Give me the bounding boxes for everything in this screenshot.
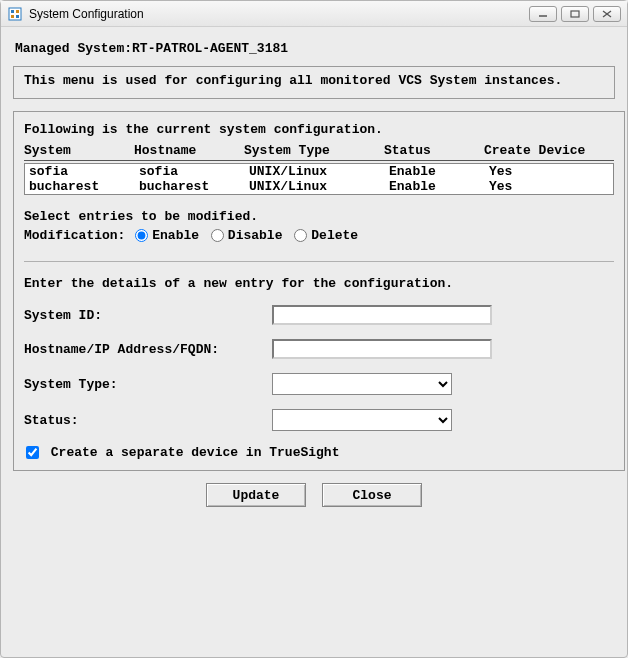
content-area: Managed System:RT-PATROL-AGENT_3181 This… <box>1 27 627 657</box>
radio-delete[interactable] <box>294 229 307 242</box>
button-row: Update Close <box>13 483 615 507</box>
svg-rect-4 <box>16 15 19 18</box>
modification-label: Modification: <box>24 228 125 243</box>
managed-system-label: Managed System: <box>15 41 132 56</box>
radio-enable[interactable] <box>135 229 148 242</box>
header-underline <box>24 160 614 161</box>
svg-rect-2 <box>16 10 19 13</box>
system-id-input[interactable] <box>272 305 492 325</box>
cell-create-device: Yes <box>489 164 609 179</box>
system-type-select[interactable] <box>272 373 452 395</box>
cell-status: Enable <box>389 179 489 194</box>
radio-enable-text: Enable <box>152 228 199 243</box>
hostname-input[interactable] <box>272 339 492 359</box>
cell-status: Enable <box>389 164 489 179</box>
cell-create-device: Yes <box>489 179 609 194</box>
radio-delete-text: Delete <box>311 228 358 243</box>
managed-system-heading: Managed System:RT-PATROL-AGENT_3181 <box>15 41 615 56</box>
maximize-button[interactable] <box>561 6 589 22</box>
svg-rect-0 <box>9 8 21 20</box>
cell-system: sofia <box>29 164 139 179</box>
radio-disable-label[interactable]: Disable <box>209 228 283 243</box>
status-label: Status: <box>24 413 272 428</box>
close-window-button[interactable] <box>593 6 621 22</box>
col-create-device: Create Device <box>484 143 604 158</box>
create-device-label: Create a separate device in TrueSight <box>51 445 340 460</box>
separator <box>24 261 614 262</box>
select-entries-text: Select entries to be modified. <box>24 209 614 224</box>
col-status: Status <box>384 143 484 158</box>
cell-hostname: sofia <box>139 164 249 179</box>
row-system-id: System ID: <box>24 305 614 325</box>
col-system-type: System Type <box>244 143 384 158</box>
radio-delete-label[interactable]: Delete <box>292 228 358 243</box>
col-hostname: Hostname <box>134 143 244 158</box>
modification-row: Modification: Enable Disable Delete <box>24 228 614 243</box>
titlebar: System Configuration <box>1 1 627 27</box>
config-panel: Following is the current system configur… <box>13 111 625 471</box>
window-title: System Configuration <box>29 7 525 21</box>
status-select[interactable] <box>272 409 452 431</box>
app-icon <box>7 6 23 22</box>
info-panel: This menu is used for configuring all mo… <box>13 66 615 99</box>
update-button[interactable]: Update <box>206 483 306 507</box>
new-entry-text: Enter the details of a new entry for the… <box>24 276 614 291</box>
radio-enable-label[interactable]: Enable <box>133 228 199 243</box>
radio-disable-text: Disable <box>228 228 283 243</box>
cell-hostname: bucharest <box>139 179 249 194</box>
table-row[interactable]: bucharest bucharest UNIX/Linux Enable Ye… <box>25 179 613 194</box>
minimize-button[interactable] <box>529 6 557 22</box>
window-frame: System Configuration Managed System:RT-P… <box>0 0 628 658</box>
row-hostname: Hostname/IP Address/FQDN: <box>24 339 614 359</box>
system-id-label: System ID: <box>24 308 272 323</box>
close-button[interactable]: Close <box>322 483 422 507</box>
cell-system-type: UNIX/Linux <box>249 179 389 194</box>
create-device-checkbox[interactable] <box>26 446 39 459</box>
row-system-type: System Type: <box>24 373 614 395</box>
svg-rect-6 <box>571 11 579 17</box>
svg-rect-3 <box>11 15 14 18</box>
table-body[interactable]: sofia sofia UNIX/Linux Enable Yes buchar… <box>24 163 614 195</box>
system-type-label: System Type: <box>24 377 272 392</box>
cell-system-type: UNIX/Linux <box>249 164 389 179</box>
svg-rect-1 <box>11 10 14 13</box>
cell-system: bucharest <box>29 179 139 194</box>
info-text: This menu is used for configuring all mo… <box>24 73 604 88</box>
config-intro: Following is the current system configur… <box>24 122 614 137</box>
table-header: System Hostname System Type Status Creat… <box>24 143 614 158</box>
create-device-row: Create a separate device in TrueSight <box>24 445 614 460</box>
hostname-label: Hostname/IP Address/FQDN: <box>24 342 272 357</box>
row-status: Status: <box>24 409 614 431</box>
col-system: System <box>24 143 134 158</box>
radio-disable[interactable] <box>211 229 224 242</box>
table-row[interactable]: sofia sofia UNIX/Linux Enable Yes <box>25 164 613 179</box>
create-device-label-wrap[interactable]: Create a separate device in TrueSight <box>24 445 339 460</box>
managed-system-value: RT-PATROL-AGENT_3181 <box>132 41 288 56</box>
